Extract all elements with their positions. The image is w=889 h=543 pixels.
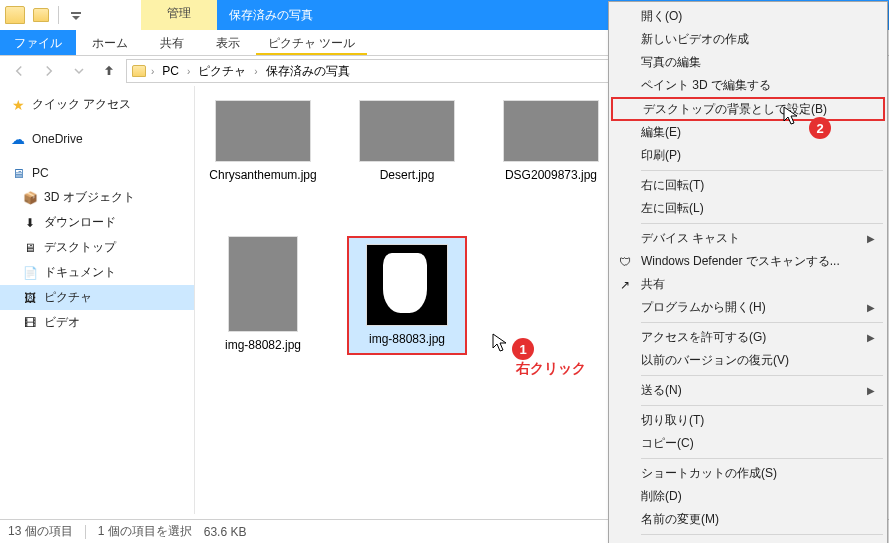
status-selection: 1 個の項目を選択 [98, 523, 192, 540]
file-name-label: img-88083.jpg [369, 332, 445, 346]
video-icon: 🎞 [22, 315, 38, 331]
context-menu-item[interactable]: アクセスを許可する(G)▶ [611, 326, 885, 349]
download-icon: ⬇ [22, 215, 38, 231]
chevron-right-icon: ▶ [867, 233, 875, 244]
file-item[interactable]: Chrysanthemum.jpg [203, 100, 323, 216]
context-menu-item-label: 共有 [641, 276, 665, 293]
context-menu-item-label: 新しいビデオの作成 [641, 31, 749, 48]
ribbon-tab-share[interactable]: 共有 [144, 30, 200, 55]
context-menu-item[interactable]: 切り取り(T) [611, 409, 885, 432]
ribbon-tab-home[interactable]: ホーム [76, 30, 144, 55]
context-menu-item-label: 写真の編集 [641, 54, 701, 71]
sidebar-item[interactable]: 📄ドキュメント [0, 260, 194, 285]
context-menu-item[interactable]: 写真の編集 [611, 51, 885, 74]
context-menu-item[interactable]: デバイス キャスト▶ [611, 227, 885, 250]
context-menu-item[interactable]: プログラムから開く(H)▶ [611, 296, 885, 319]
context-menu-item-label: Windows Defender でスキャンする... [641, 253, 840, 270]
nav-up-button[interactable] [96, 59, 122, 83]
sidebar-item-label: クイック アクセス [32, 96, 131, 113]
context-menu-item-label: 編集(E) [641, 124, 681, 141]
context-menu-item[interactable]: プロパティ(R) [611, 538, 885, 543]
sidebar-item[interactable]: 📦3D オブジェクト [0, 185, 194, 210]
breadcrumb-1[interactable]: ピクチャ [194, 61, 250, 82]
file-thumbnail [215, 100, 311, 162]
sidebar-item[interactable]: 🎞ビデオ [0, 310, 194, 335]
file-name-label: Desert.jpg [380, 168, 435, 182]
context-menu-separator [641, 534, 883, 535]
qat-dropdown-icon[interactable] [65, 4, 87, 26]
file-item[interactable]: Desert.jpg [347, 100, 467, 216]
sidebar-item-label: ダウンロード [44, 214, 116, 231]
context-menu-item[interactable]: デスクトップの背景として設定(B) [611, 97, 885, 121]
cursor-icon [492, 333, 508, 353]
context-menu-item-label: デスクトップの背景として設定(B) [643, 101, 827, 118]
qat-folder-icon[interactable] [30, 4, 52, 26]
context-menu-item[interactable]: ショートカットの作成(S) [611, 462, 885, 485]
chevron-right-icon[interactable]: › [185, 66, 192, 77]
quick-access-toolbar [0, 0, 91, 30]
address-folder-icon [131, 63, 147, 79]
context-menu-item[interactable]: 名前の変更(M) [611, 508, 885, 531]
file-thumbnail [359, 100, 455, 162]
context-menu-item-label: ショートカットの作成(S) [641, 465, 777, 482]
context-menu-item-label: デバイス キャスト [641, 230, 740, 247]
sidebar-item[interactable]: ⬇ダウンロード [0, 210, 194, 235]
context-menu-item-label: 送る(N) [641, 382, 682, 399]
chevron-right-icon: ▶ [867, 332, 875, 343]
chevron-right-icon[interactable]: › [149, 66, 156, 77]
document-icon: 📄 [22, 265, 38, 281]
context-menu-item[interactable]: ペイント 3D で編集する [611, 74, 885, 97]
context-menu-item[interactable]: 開く(O) [611, 5, 885, 28]
cube-icon: 📦 [22, 190, 38, 206]
nav-forward-button[interactable] [36, 59, 62, 83]
sidebar-item[interactable]: 🖼ピクチャ [0, 285, 194, 310]
nav-back-button[interactable] [6, 59, 32, 83]
pc-icon: 🖥 [10, 165, 26, 181]
chevron-right-icon[interactable]: › [252, 66, 259, 77]
ribbon-tab-view[interactable]: 表示 [200, 30, 256, 55]
annotation-badge-1: 1 [512, 338, 534, 360]
status-count: 13 個の項目 [8, 523, 73, 540]
sidebar-pc[interactable]: 🖥 PC [0, 161, 194, 185]
context-menu-item-label: 印刷(P) [641, 147, 681, 164]
file-item[interactable]: DSG2009873.jpg [491, 100, 611, 216]
context-menu-separator [641, 375, 883, 376]
annotation-badge-2: 2 [809, 117, 831, 139]
sidebar-item[interactable]: 🖥デスクトップ [0, 235, 194, 260]
context-menu-item[interactable]: 新しいビデオの作成 [611, 28, 885, 51]
nav-history-dropdown[interactable] [66, 59, 92, 83]
annotation-right-click-label: 右クリック [516, 360, 586, 378]
chevron-right-icon: ▶ [867, 302, 875, 313]
sidebar-quick-access[interactable]: ★ クイック アクセス [0, 92, 194, 117]
context-menu-item[interactable]: 以前のバージョンの復元(V) [611, 349, 885, 372]
context-menu-item[interactable]: 削除(D) [611, 485, 885, 508]
sidebar-item-label: 3D オブジェクト [44, 189, 135, 206]
status-size: 63.6 KB [204, 525, 247, 539]
context-menu-separator [641, 170, 883, 171]
context-menu-item[interactable]: ↗共有 [611, 273, 885, 296]
context-menu-item[interactable]: 左に回転(L) [611, 197, 885, 220]
context-tab-manage[interactable]: 管理 [141, 0, 217, 30]
ribbon-tab-file[interactable]: ファイル [0, 30, 76, 55]
desktop-icon: 🖥 [22, 240, 38, 256]
sidebar-onedrive[interactable]: ☁ OneDrive [0, 127, 194, 151]
context-menu-item[interactable]: 編集(E) [611, 121, 885, 144]
context-menu-item[interactable]: 送る(N)▶ [611, 379, 885, 402]
context-menu-item[interactable]: コピー(C) [611, 432, 885, 455]
context-menu-item[interactable]: 右に回転(T) [611, 174, 885, 197]
cursor-icon [783, 106, 799, 126]
shield-icon: 🛡 [617, 254, 633, 270]
context-menu-item[interactable]: 印刷(P) [611, 144, 885, 167]
context-menu-item-label: 削除(D) [641, 488, 682, 505]
ribbon-tab-picture-tools[interactable]: ピクチャ ツール [256, 30, 367, 55]
pictures-icon: 🖼 [22, 290, 38, 306]
context-tab-group: 管理 [141, 0, 217, 30]
breadcrumb-2[interactable]: 保存済みの写真 [262, 61, 354, 82]
file-item[interactable]: img-88082.jpg [203, 236, 323, 354]
context-menu-item[interactable]: 🛡Windows Defender でスキャンする... [611, 250, 885, 273]
file-item[interactable]: img-88083.jpg [347, 236, 467, 354]
context-menu-separator [641, 458, 883, 459]
context-menu-separator [641, 322, 883, 323]
sidebar-item-label: OneDrive [32, 132, 83, 146]
breadcrumb-0[interactable]: PC [158, 62, 183, 80]
